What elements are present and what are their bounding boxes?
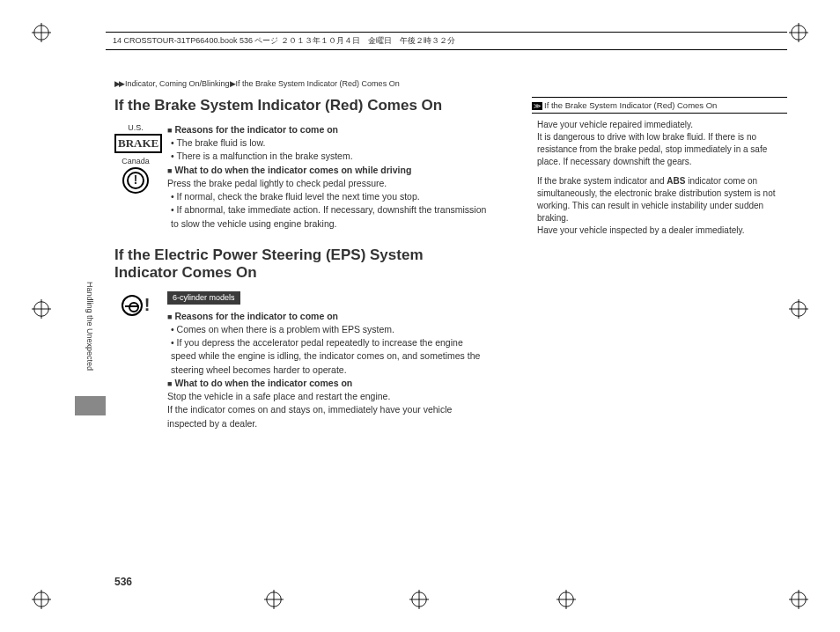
brake-icon-column: U.S. BRAKE Canada <box>114 123 157 195</box>
section-title-brake: If the Brake System Indicator (Red) Come… <box>114 97 489 114</box>
eps-indicator-icon: ! <box>120 292 151 319</box>
crop-mark-icon <box>556 590 576 609</box>
crop-mark-icon <box>789 23 808 42</box>
section-title-eps: If the Electric Power Steering (EPS) Sys… <box>114 246 489 282</box>
breadcrumb-arrow-icon: ▶ <box>230 79 234 88</box>
body-text: Stop the vehicle in a safe place and res… <box>167 390 489 403</box>
crop-mark-icon <box>32 590 51 609</box>
side-tab-label: Handling the Unexpected <box>85 282 94 371</box>
body-text: Comes on when there is a problem with EP… <box>171 323 489 336</box>
subheading: ■What to do when the indicator comes on … <box>167 164 489 177</box>
crop-mark-icon <box>789 590 808 609</box>
page-number: 536 <box>114 576 132 588</box>
eps-icon-column: ! <box>114 290 157 320</box>
brake-canada-icon <box>122 167 149 194</box>
side-arrow-icon: ≫ <box>532 102 542 110</box>
body-text: If you depress the accelerator pedal rep… <box>171 336 489 377</box>
breadcrumb: ▶▶Indicator, Coming On/Blinking▶If the B… <box>114 79 400 88</box>
us-label: U.S. <box>114 123 157 132</box>
body-text: If normal, check the brake fluid level t… <box>171 190 489 203</box>
brake-indicator-icon: BRAKE <box>114 134 162 153</box>
crop-mark-icon <box>32 299 51 319</box>
side-text: Have your vehicle repaired immediately. <box>537 120 693 129</box>
subheading: ■What to do when the indicator comes on <box>167 377 489 390</box>
breadcrumb-arrow-icon: ▶▶ <box>114 79 123 88</box>
body-text: There is a malfunction in the brake syst… <box>171 150 489 163</box>
side-text: It is dangerous to drive with low brake … <box>537 132 767 166</box>
body-text: If the indicator comes on and stays on, … <box>167 403 489 430</box>
side-note-title: ≫If the Brake System Indicator (Red) Com… <box>532 97 787 114</box>
crop-mark-icon <box>409 590 429 609</box>
crop-mark-icon <box>32 23 51 42</box>
canada-label: Canada <box>114 157 157 165</box>
breadcrumb-section: Indicator, Coming On/Blinking <box>125 79 230 88</box>
model-badge: 6-cylinder models <box>167 291 240 305</box>
side-tab-marker <box>75 396 106 415</box>
header-file-info: 14 CROSSTOUR-31TP66400.book 536 ページ ２０１３… <box>106 32 787 50</box>
subheading: ■Reasons for the indicator to come on <box>167 310 489 323</box>
breadcrumb-sub: If the Brake System Indicator (Red) Come… <box>236 79 400 88</box>
side-note: ≫If the Brake System Indicator (Red) Com… <box>532 97 787 244</box>
side-text: If the brake system indicator and ABS in… <box>532 175 787 244</box>
crop-mark-icon <box>264 590 284 609</box>
body-text: Press the brake pedal lightly to check p… <box>167 177 489 190</box>
subheading: ■Reasons for the indicator to come on <box>167 123 489 136</box>
body-text: The brake fluid is low. <box>171 136 489 150</box>
crop-mark-icon <box>789 299 808 319</box>
body-text: If abnormal, take immediate action. If n… <box>171 203 489 230</box>
